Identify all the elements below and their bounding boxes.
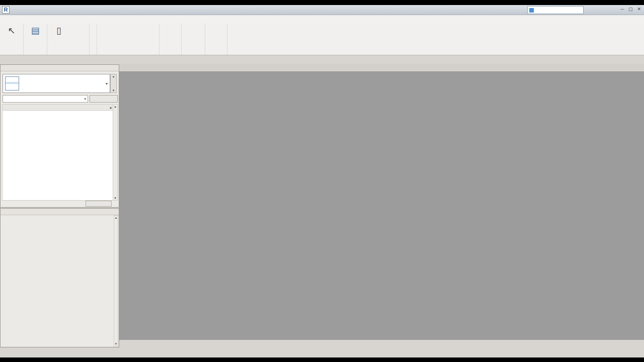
paste-icon: ▯ (56, 25, 61, 36)
select-panel-label[interactable] (0, 48, 23, 55)
graphics-section-header[interactable]: ▴ (3, 105, 113, 111)
revit-window: R ─ ▢ ✕ ↖ ▤ (0, 0, 644, 362)
properties-grid: ▴ (2, 104, 114, 201)
clipboard-panel-label (47, 48, 89, 55)
browser-tree (1, 215, 114, 347)
instance-selector[interactable]: ▾ (3, 95, 88, 103)
floor-plan-drawing[interactable] (119, 72, 644, 340)
create-panel (205, 24, 227, 55)
view-ribbon-panel (159, 24, 182, 55)
measure-panel (182, 24, 205, 55)
restore-icon[interactable]: ▢ (628, 7, 633, 12)
paste-button[interactable]: ▯ (50, 25, 68, 36)
chevron-down-icon: ▾ (84, 97, 86, 101)
title-bar: R ─ ▢ ✕ (0, 5, 644, 15)
collapse-section-icon[interactable]: ▴ (110, 105, 112, 110)
view-tab-bar (119, 64, 644, 72)
properties-header[interactable] (1, 65, 119, 71)
ribbon: ↖ ▤ ▯ (0, 24, 644, 55)
ribbon-tab-bar (0, 15, 644, 24)
select-panel: ↖ (0, 24, 24, 55)
geometry-panel-label (90, 48, 97, 55)
modify-panel-label (97, 48, 159, 55)
view-panel-label (159, 48, 181, 55)
chevron-down-icon: ▾ (106, 81, 108, 86)
apply-button[interactable] (86, 201, 112, 207)
drawing-area[interactable] (119, 72, 644, 340)
signin-icon (529, 8, 534, 13)
signin-overlay[interactable] (527, 6, 584, 14)
minimize-icon[interactable]: ─ (621, 7, 624, 12)
create-panel-label (205, 48, 227, 55)
properties-panel-label (24, 48, 47, 55)
measure-panel-label (182, 48, 205, 55)
modify-button[interactable]: ↖ (3, 25, 21, 36)
geometry-panel (90, 24, 97, 55)
modify-tools-panel (97, 24, 159, 55)
floor-plan-thumbnail-icon (5, 76, 19, 90)
instance-selector-row: ▾ (3, 95, 118, 103)
project-browser: ▴▾ (0, 208, 119, 347)
project-browser-header[interactable] (1, 209, 119, 215)
browser-scrollbar[interactable]: ▴▾ (114, 215, 118, 346)
properties-scrollbar[interactable]: ▴▾ (113, 104, 118, 201)
edit-type-button[interactable] (90, 95, 118, 103)
type-selector-scrollbar[interactable]: ▴▾ (110, 74, 117, 93)
properties-palette-icon: ▤ (31, 25, 39, 36)
modify-tab-dropdown-icon[interactable] (308, 15, 312, 24)
properties-palette: ▾ ▴▾ ▾ ▴ ▴▾ (0, 64, 119, 208)
clipboard-panel: ▯ (47, 24, 90, 55)
window-controls: ─ ▢ ✕ (621, 7, 641, 12)
type-selector[interactable]: ▾ (3, 74, 110, 93)
revit-logo-icon[interactable]: R (2, 6, 10, 14)
properties-button[interactable]: ▤ (26, 25, 44, 36)
letterbox-top (0, 0, 644, 5)
properties-ribbon-panel: ▤ (24, 24, 47, 55)
modify-cursor-icon: ↖ (8, 25, 15, 36)
close-icon[interactable]: ✕ (637, 7, 641, 12)
